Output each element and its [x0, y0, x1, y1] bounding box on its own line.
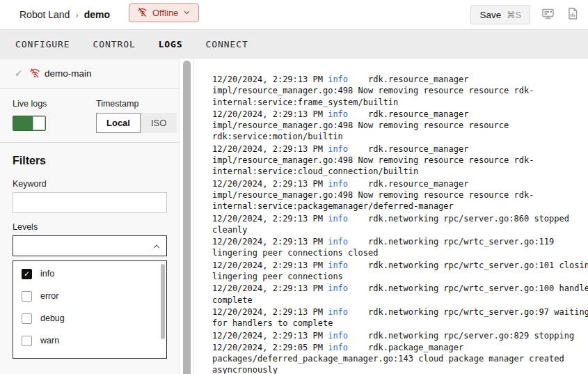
timestamp-segmented-control: LocalISO — [96, 113, 177, 133]
log-entry: 12/20/2024, 2:29:13 PM info rdk.resource… — [212, 143, 588, 178]
logs-sidebar: ✓ demo-main Live logs Timestamp LocalISO… — [0, 59, 180, 374]
log-controls: Live logs Timestamp LocalISO — [0, 89, 179, 143]
tab-control[interactable]: CONTROL — [93, 39, 136, 49]
log-level: info — [328, 343, 348, 352]
filters-title: Filters — [13, 155, 46, 167]
log-timestamp: 12/20/2024, 2:29:13 PM — [212, 283, 328, 293]
levels-option-debug[interactable]: debug — [13, 307, 166, 329]
save-button[interactable]: Save ⌘S — [470, 5, 530, 24]
tab-bar: CONFIGURECONTROLLOGSCONNECT — [0, 29, 588, 59]
log-level: info — [328, 307, 348, 317]
log-report-button[interactable] — [566, 6, 580, 24]
log-level: info — [328, 179, 348, 189]
log-timestamp: 12/20/2024, 2:29:13 PM — [212, 237, 328, 247]
checkbox-icon[interactable] — [22, 291, 32, 302]
log-level: info — [328, 75, 348, 84]
log-panel: 12/20/2024, 2:29:13 PM info rdk.resource… — [193, 59, 588, 374]
timestamp-option-iso[interactable]: ISO — [141, 113, 177, 133]
log-timestamp: 12/20/2024, 2:29:13 PM — [212, 307, 328, 317]
header-actions: Save ⌘S — [470, 0, 580, 29]
log-timestamp: 12/20/2024, 2:29:13 PM — [212, 260, 328, 270]
checkbox-icon[interactable] — [22, 358, 32, 359]
log-level: info — [328, 331, 348, 341]
log-entry: 12/20/2024, 2:29:13 PM info rdk.resource… — [212, 178, 588, 212]
levels-option-label: warn — [40, 336, 59, 345]
sidebar-machine-row[interactable]: ✓ demo-main — [0, 59, 179, 89]
log-level: info — [328, 144, 348, 154]
checkbox-checked-icon[interactable]: ✓ — [22, 269, 32, 279]
log-level: info — [328, 237, 348, 247]
log-entry: 12/20/2024, 2:29:13 PM info rdk.resource… — [212, 74, 588, 108]
machine-offline-icon — [29, 68, 40, 81]
log-timestamp: 12/20/2024, 2:29:13 PM — [212, 109, 328, 119]
log-timestamp: 12/20/2024, 2:29:05 PM — [212, 343, 328, 352]
levels-option-label: error — [40, 291, 58, 301]
status-label: Offline — [152, 8, 178, 18]
levels-options-list: ✓infoerrordebugwarn — [13, 261, 166, 359]
log-entry: 12/20/2024, 2:29:13 PM info rdk.networki… — [212, 236, 588, 259]
tab-logs[interactable]: LOGS — [159, 39, 183, 49]
log-timestamp: 12/20/2024, 2:29:13 PM — [212, 214, 328, 224]
machine-part-name: demo-main — [45, 68, 92, 79]
selected-check-icon: ✓ — [15, 68, 23, 79]
log-timestamp: 12/20/2024, 2:29:13 PM — [212, 144, 328, 154]
log-level: info — [328, 214, 348, 224]
levels-option-error[interactable]: error — [13, 285, 166, 307]
keyword-input[interactable] — [13, 192, 167, 213]
log-entry: 12/20/2024, 2:29:13 PM info rdk.resource… — [212, 109, 588, 143]
levels-option-item-5[interactable] — [13, 352, 166, 359]
tab-configure[interactable]: CONFIGURE — [15, 39, 70, 49]
timestamp-option-local[interactable]: Local — [96, 113, 141, 133]
save-shortcut: ⌘S — [507, 10, 521, 20]
levels-label: Levels — [13, 222, 38, 232]
chevron-down-icon — [183, 8, 191, 18]
app-header: Robot Land › demo Offline Save ⌘S — [0, 0, 588, 29]
levels-dropdown: ✓infoerrordebugwarn — [13, 260, 167, 359]
tab-connect[interactable]: CONNECT — [206, 39, 248, 49]
levels-select[interactable] — [13, 235, 167, 256]
content-scrollbar-thumb[interactable] — [183, 61, 191, 374]
levels-option-label: debug — [40, 313, 65, 323]
log-entry: 12/20/2024, 2:29:13 PM info rdk.networki… — [212, 306, 588, 329]
breadcrumb-separator-icon: › — [75, 10, 78, 20]
save-label: Save — [479, 10, 501, 20]
wifi-off-icon — [137, 7, 148, 20]
log-timestamp: 12/20/2024, 2:29:13 PM — [212, 179, 328, 189]
breadcrumb-machine-name: demo — [84, 9, 110, 20]
live-logs-toggle[interactable] — [13, 116, 46, 131]
log-entry: 12/20/2024, 2:29:13 PM info rdk.networki… — [212, 213, 588, 236]
live-logs-label: Live logs — [13, 99, 47, 109]
levels-option-warn[interactable]: warn — [13, 329, 166, 352]
log-level: info — [328, 283, 348, 293]
keyword-label: Keyword — [13, 179, 47, 189]
breadcrumb: Robot Land › demo — [19, 0, 110, 29]
log-list: 12/20/2024, 2:29:13 PM info rdk.resource… — [212, 74, 588, 374]
monitor-icon — [541, 7, 555, 22]
machine-monitor-button[interactable] — [540, 6, 556, 24]
checkbox-icon[interactable] — [22, 336, 32, 346]
log-entry: 12/20/2024, 2:29:05 PM info rdk.package_… — [212, 342, 588, 374]
log-message: rdk.networking rpc/server.go:829 stoppin… — [348, 331, 574, 341]
machine-status-badge[interactable]: Offline — [129, 3, 199, 22]
log-timestamp: 12/20/2024, 2:29:13 PM — [212, 75, 328, 84]
log-timestamp: 12/20/2024, 2:29:13 PM — [212, 331, 328, 341]
timestamp-label: Timestamp — [96, 99, 138, 109]
breadcrumb-location[interactable]: Robot Land — [19, 9, 70, 20]
levels-option-label: info — [40, 269, 54, 279]
file-chart-icon — [567, 7, 578, 22]
log-entry: 12/20/2024, 2:29:13 PM info rdk.networki… — [212, 283, 588, 306]
checkbox-icon[interactable] — [22, 313, 32, 324]
content: ✓ demo-main Live logs Timestamp LocalISO… — [0, 59, 588, 374]
log-level: info — [328, 109, 348, 119]
log-entry: 12/20/2024, 2:29:13 PM info rdk.networki… — [212, 260, 588, 283]
log-entry: 12/20/2024, 2:29:13 PM info rdk.networki… — [212, 330, 588, 341]
toggle-knob — [33, 116, 45, 130]
levels-option-info[interactable]: ✓info — [13, 263, 166, 285]
log-level: info — [328, 260, 348, 270]
dropdown-scrollbar-thumb[interactable] — [161, 264, 165, 339]
content-scrollbar[interactable] — [183, 59, 191, 374]
